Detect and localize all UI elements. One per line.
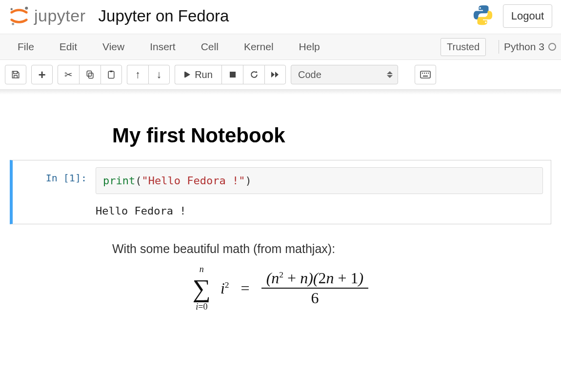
- menu-kernel[interactable]: Kernel: [231, 36, 286, 58]
- select-caret-icon: [387, 71, 393, 78]
- sum-lower: i=0: [196, 302, 207, 312]
- save-icon: [11, 70, 20, 79]
- jupyter-brand-text: jupyter: [34, 6, 86, 25]
- run-group: Run: [175, 65, 286, 84]
- code-token-fn: print: [103, 175, 135, 187]
- summand: i2: [220, 280, 229, 297]
- interrupt-button[interactable]: [221, 65, 243, 84]
- denominator: 6: [306, 289, 323, 308]
- run-label: Run: [195, 69, 213, 80]
- svg-rect-10: [422, 73, 423, 74]
- move-down-button[interactable]: ↓: [148, 65, 170, 84]
- menu-edit[interactable]: Edit: [47, 36, 90, 58]
- svg-rect-3: [88, 73, 93, 78]
- restart-button[interactable]: [243, 65, 264, 84]
- sum-upper: n: [200, 265, 204, 274]
- svg-rect-7: [184, 72, 185, 78]
- code-cell[interactable]: In [1]: print("Hello Fedora !") Hello Fe…: [10, 160, 551, 224]
- menu-help[interactable]: Help: [286, 36, 333, 58]
- trusted-indicator[interactable]: Trusted: [441, 38, 486, 56]
- svg-rect-14: [423, 76, 428, 77]
- cut-copy-paste-group: ✂: [58, 65, 122, 84]
- arrow-down-icon: ↓: [157, 68, 162, 81]
- svg-rect-12: [426, 73, 427, 74]
- command-palette-button[interactable]: [415, 65, 436, 84]
- markdown-heading[interactable]: My first Notebook: [112, 124, 551, 147]
- menubar: File Edit View Insert Cell Kernel Help T…: [0, 34, 561, 60]
- code-token-close: ): [245, 175, 251, 187]
- svg-rect-4: [87, 71, 91, 77]
- notebook-area: My first Notebook In [1]: print("Hello F…: [0, 95, 561, 322]
- menu-view[interactable]: View: [90, 36, 137, 58]
- svg-point-2: [12, 22, 14, 25]
- save-button[interactable]: [5, 65, 26, 84]
- divider: [499, 40, 499, 54]
- kernel-name-label: Python 3: [504, 41, 544, 53]
- keyboard-icon: [420, 71, 431, 78]
- markdown-text[interactable]: With some beautiful math (from mathjax):: [112, 242, 551, 256]
- copy-button[interactable]: [79, 65, 100, 84]
- equals: =: [241, 280, 250, 297]
- fraction: (n2 + n)(2n + 1) 6: [261, 269, 369, 308]
- restart-run-all-button[interactable]: [264, 65, 286, 84]
- cell-output: Hello Fedora !: [96, 205, 543, 217]
- plus-icon: +: [38, 67, 45, 82]
- jupyter-icon: [9, 6, 29, 26]
- svg-rect-9: [421, 71, 430, 78]
- cell-type-value: Code: [298, 69, 321, 80]
- paste-icon: [106, 70, 116, 79]
- move-up-button[interactable]: ↑: [127, 65, 148, 84]
- insert-cell-button[interactable]: +: [31, 65, 53, 84]
- svg-point-1: [25, 6, 28, 9]
- menu-file[interactable]: File: [5, 36, 47, 58]
- svg-rect-11: [424, 73, 425, 74]
- jupyter-logo[interactable]: jupyter: [9, 6, 86, 26]
- move-group: ↑ ↓: [127, 65, 170, 84]
- copy-icon: [85, 70, 95, 79]
- arrow-up-icon: ↑: [135, 68, 140, 81]
- svg-point-0: [11, 8, 13, 10]
- menu-cell[interactable]: Cell: [188, 36, 231, 58]
- svg-rect-13: [428, 73, 429, 74]
- restart-icon: [249, 70, 259, 79]
- cell-type-select[interactable]: Code: [291, 65, 398, 84]
- menu-insert[interactable]: Insert: [137, 36, 188, 58]
- code-token-open: (: [135, 175, 141, 187]
- svg-rect-5: [108, 71, 114, 78]
- paste-button[interactable]: [100, 65, 122, 84]
- kernel-status-idle-icon: [548, 43, 556, 51]
- fast-forward-icon: [270, 71, 280, 78]
- numerator: (n2 + n)(2n + 1): [261, 269, 369, 288]
- math-display: n ∑ i=0 i2 = (n2 + n)(2n + 1) 6: [10, 265, 551, 312]
- kernel-name[interactable]: Python 3: [504, 41, 556, 53]
- logout-button[interactable]: Logout: [503, 4, 552, 28]
- notebook-title[interactable]: Jupyter on Fedora: [99, 7, 229, 25]
- header: jupyter Jupyter on Fedora Logout: [0, 0, 561, 34]
- toolbar: + ✂ ↑ ↓ Run: [0, 60, 561, 90]
- code-input[interactable]: print("Hello Fedora !"): [96, 167, 543, 194]
- code-token-str: "Hello Fedora !": [141, 175, 245, 187]
- svg-rect-8: [230, 72, 236, 78]
- scissors-icon: ✂: [64, 69, 73, 80]
- stop-icon: [229, 71, 237, 78]
- sigma-icon: ∑: [193, 274, 211, 302]
- run-button[interactable]: Run: [175, 65, 221, 84]
- svg-rect-6: [110, 71, 113, 72]
- cut-button[interactable]: ✂: [58, 65, 79, 84]
- run-icon: [184, 71, 192, 78]
- python-icon: [472, 4, 494, 28]
- input-prompt: In [1]:: [13, 167, 96, 217]
